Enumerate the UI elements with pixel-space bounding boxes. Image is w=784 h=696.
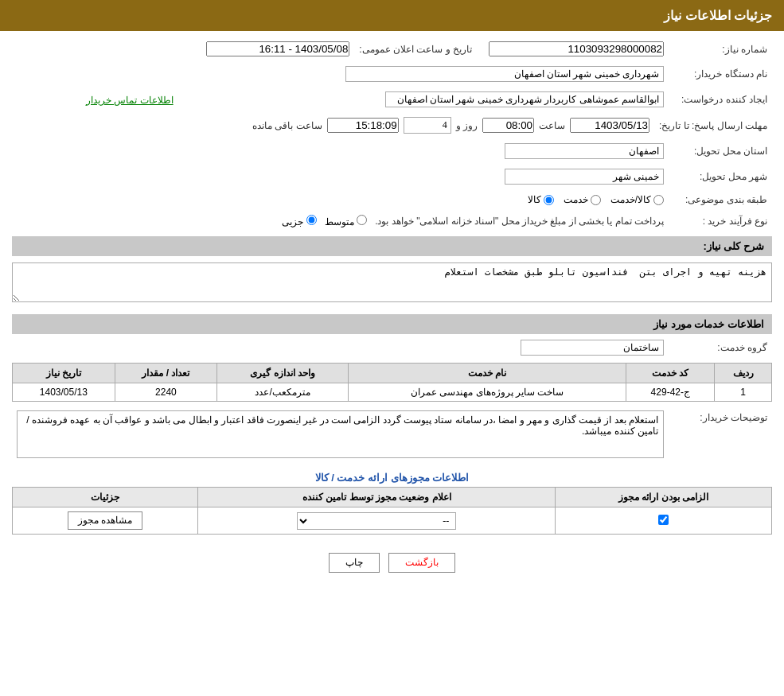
cell-required	[556, 507, 772, 535]
city-label: شهر محل تحویل:	[669, 166, 772, 187]
province-value: اصفهان	[505, 143, 664, 159]
footer-buttons: بازگشت چاپ	[12, 541, 772, 585]
process-label: نوع فرآیند خرید :	[669, 212, 772, 230]
page-title: جزئیات اطلاعات نیاز	[664, 9, 772, 22]
process-desc: پرداخت تمام یا بخشی از مبلغ خریداز محل "…	[375, 216, 664, 227]
col-row-num: ردیف	[715, 364, 772, 383]
cell-quantity: 2240	[115, 383, 217, 402]
deadline-date-input[interactable]	[570, 118, 649, 133]
need-desc-section-title: شرح کلی نیاز:	[12, 236, 772, 256]
col-service-code: کد خدمت	[626, 364, 715, 383]
buyer-notes-label: توضیحات خریدار:	[669, 408, 772, 461]
service-group-label: گروه خدمت:	[669, 337, 772, 358]
license-section-title: اطلاعات مجوزهای ارائه خدمت / کالا	[12, 465, 772, 487]
request-number-label: شماره نیاز:	[669, 39, 772, 59]
service-group-value: ساختمان	[521, 340, 664, 356]
col-license-required: الزامی بودن ارائه مجوز	[556, 488, 772, 507]
deadline-days-input[interactable]	[404, 117, 451, 134]
deadline-label: مهلت ارسال پاسخ: تا تاریخ:	[654, 115, 772, 136]
category-label: طبقه بندی موضوعی:	[669, 192, 772, 208]
category-kala-option[interactable]: کالا	[528, 194, 554, 205]
creator-label: ایجاد کننده درخواست:	[669, 89, 772, 110]
category-khadamat-option[interactable]: خدمت	[564, 194, 601, 205]
table-row: 1 ج-42-429 ساخت سایر پروژه‌های مهندسی عم…	[13, 383, 772, 402]
cell-date: 1403/05/13	[13, 383, 115, 402]
creator-value: ابوالقاسم عموشاهی کاربردار شهرداری خمینی…	[385, 91, 664, 107]
province-label: استان محل تحویل:	[669, 141, 772, 161]
back-button[interactable]: بازگشت	[388, 553, 455, 573]
cell-details[interactable]: مشاهده مجوز	[13, 507, 198, 535]
deadline-remain-label: ساعت باقی مانده	[252, 120, 322, 131]
deadline-time-input[interactable]	[482, 118, 534, 133]
deadline-time-label: ساعت	[539, 120, 565, 131]
deadline-remain-input[interactable]	[327, 118, 399, 133]
page-header: جزئیات اطلاعات نیاز	[0, 0, 784, 31]
city-value: خمینی شهر	[505, 169, 664, 185]
print-button[interactable]: چاپ	[329, 553, 380, 573]
category-kala-khadamat-option[interactable]: کالا/خدمت	[610, 194, 664, 205]
request-number-input[interactable]	[489, 41, 664, 56]
process-motovaset-option[interactable]: متوسط	[325, 215, 367, 227]
deadline-days-label: روز و	[456, 120, 478, 131]
col-license-status: اعلام وضعیت مجوز توسط تامین کننده	[198, 488, 556, 507]
cell-status[interactable]: --	[198, 507, 556, 535]
col-unit: واحد اندازه گیری	[217, 364, 349, 383]
process-jazii-option[interactable]: جزیی	[282, 215, 316, 227]
cell-row: 1	[715, 383, 772, 402]
contact-link[interactable]: اطلاعات تماس خریدار	[86, 95, 174, 106]
col-date: تاریخ نیاز	[13, 364, 115, 383]
buyer-org-label: نام دستگاه خریدار:	[669, 64, 772, 84]
col-service-name: نام خدمت	[348, 364, 626, 383]
cell-code: ج-42-429	[626, 383, 715, 402]
services-section-title: اطلاعات خدمات مورد نیاز	[12, 314, 772, 334]
announce-label: تاریخ و ساعت اعلان عمومی:	[354, 39, 484, 59]
buyer-org-value: شهرداری خمینی شهر استان اصفهان	[345, 66, 664, 82]
cell-unit: مترمکعب/عدد	[217, 383, 349, 402]
need-desc-textarea[interactable]: هزینه تهیه و اجرای بتن فنداسیون تابلو طب…	[12, 262, 772, 302]
col-license-details: جزئیات	[13, 488, 198, 507]
announce-input[interactable]	[206, 41, 349, 56]
buyer-notes-content: استعلام بعد از قیمت گذاری و مهر و امضا ،…	[17, 410, 664, 458]
cell-name: ساخت سایر پروژه‌های مهندسی عمران	[348, 383, 626, 402]
col-quantity: تعداد / مقدار	[115, 364, 217, 383]
license-row: -- مشاهده مجوز	[13, 507, 772, 535]
view-license-button[interactable]: مشاهده مجوز	[68, 511, 142, 530]
